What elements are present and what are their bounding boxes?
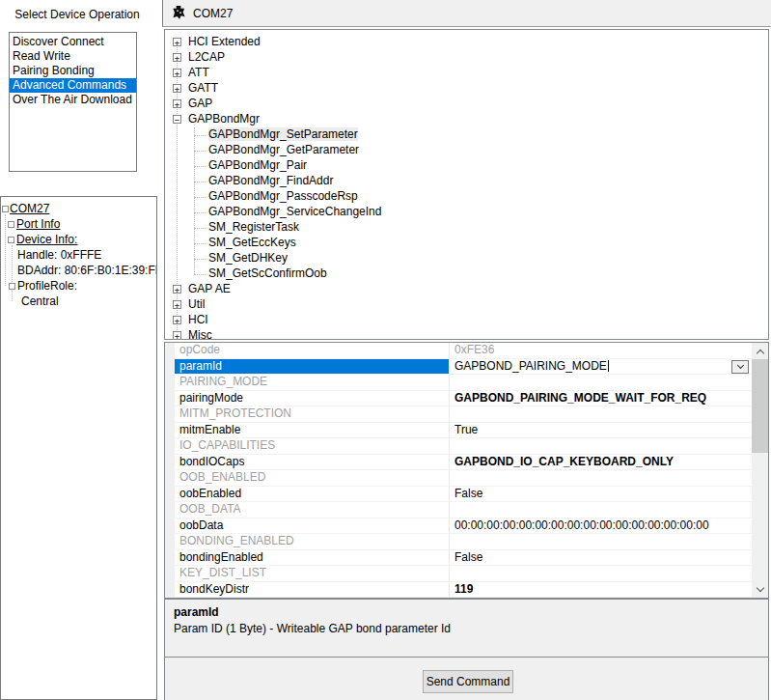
tree-connector-line bbox=[194, 151, 206, 152]
expand-icon[interactable]: + bbox=[173, 99, 181, 108]
command-tree-node[interactable]: +GAP AE bbox=[165, 282, 768, 297]
command-tree-node[interactable]: GAPBondMgr_PasscodeRsp bbox=[165, 189, 768, 205]
property-row[interactable]: PAIRING_MODE bbox=[165, 375, 752, 391]
property-row[interactable]: bondIOCapsGAPBOND_IO_CAP_KEYBOARD_ONLY bbox=[165, 455, 752, 471]
command-tree-node[interactable]: +GATT bbox=[165, 81, 768, 97]
property-row[interactable]: mitmEnableTrue bbox=[165, 423, 752, 439]
expand-icon[interactable]: + bbox=[173, 38, 181, 46]
property-value[interactable]: GAPBOND_PAIRING_MODE bbox=[449, 359, 752, 375]
property-value[interactable] bbox=[449, 438, 752, 454]
device-tree-node[interactable]: Central bbox=[1, 294, 156, 310]
command-tree-node[interactable]: GAPBondMgr_Pair bbox=[165, 158, 768, 174]
command-tree-label: GAPBondMgr_GetParameter bbox=[208, 143, 359, 156]
property-value[interactable] bbox=[449, 406, 752, 422]
device-tree-node[interactable]: Port Info bbox=[1, 217, 156, 233]
command-tree-node[interactable]: +ATT bbox=[165, 66, 768, 81]
property-value[interactable]: 119 bbox=[449, 582, 752, 598]
property-value[interactable]: False bbox=[449, 487, 752, 502]
expand-icon[interactable]: + bbox=[173, 300, 181, 309]
property-value[interactable]: 00:00:00:00:00:00:00:00:00:00:00:00:00:0… bbox=[449, 518, 752, 534]
expand-icon[interactable]: + bbox=[173, 316, 181, 324]
operation-item[interactable]: Pairing Bonding bbox=[10, 64, 136, 78]
expand-icon[interactable]: + bbox=[173, 285, 181, 294]
property-value[interactable]: GAPBOND_IO_CAP_KEYBOARD_ONLY bbox=[449, 455, 752, 470]
command-tree-node[interactable]: GAPBondMgr_FindAddr bbox=[165, 174, 768, 189]
tree-expander-icon[interactable] bbox=[9, 283, 15, 290]
property-value[interactable] bbox=[449, 566, 752, 581]
command-tree-node[interactable]: SM_GetScConfirmOob bbox=[165, 266, 768, 282]
property-row[interactable]: oobEnabledFalse bbox=[165, 487, 752, 503]
operation-item[interactable]: Advanced Commands bbox=[10, 78, 136, 93]
property-row[interactable]: bondingEnabledFalse bbox=[165, 550, 752, 567]
property-row[interactable]: opCode0xFE36 bbox=[165, 343, 752, 359]
property-row[interactable]: OOB_DATA bbox=[165, 502, 752, 518]
device-tree-node[interactable]: COM27 bbox=[1, 202, 156, 217]
collapse-icon[interactable]: − bbox=[173, 115, 181, 124]
device-tree-node[interactable]: BDAddr: 80:6F:B0:1E:39:FE bbox=[1, 264, 156, 279]
expand-icon[interactable]: + bbox=[173, 84, 181, 93]
command-tree-label: SM_GetScConfirmOob bbox=[208, 266, 327, 280]
send-command-button[interactable]: Send Command bbox=[423, 670, 513, 693]
tree-expander-icon[interactable] bbox=[2, 206, 9, 212]
property-row[interactable]: MITM_PROTECTION bbox=[165, 406, 752, 423]
dropdown-button[interactable] bbox=[731, 360, 749, 374]
scroll-up-button[interactable] bbox=[752, 343, 768, 359]
device-tree-node[interactable]: Handle: 0xFFFE bbox=[1, 248, 156, 264]
command-tree-node[interactable]: GAPBondMgr_SetParameter bbox=[165, 127, 768, 143]
command-tree-node[interactable]: GAPBondMgr_ServiceChangeInd bbox=[165, 205, 768, 220]
property-value[interactable] bbox=[449, 375, 752, 390]
row-gutter bbox=[165, 391, 175, 406]
property-value[interactable] bbox=[449, 502, 752, 518]
device-tree-node[interactable]: ProfileRole: bbox=[1, 279, 156, 294]
property-row[interactable]: OOB_ENABLED bbox=[165, 470, 752, 487]
vertical-scrollbar[interactable] bbox=[752, 343, 768, 598]
command-tree-node[interactable]: +HCI Extended bbox=[165, 35, 768, 50]
expand-icon[interactable]: + bbox=[173, 331, 181, 340]
property-value[interactable]: GAPBOND_PAIRING_MODE_WAIT_FOR_REQ bbox=[449, 391, 752, 406]
operation-item[interactable]: Read Write bbox=[10, 49, 136, 64]
property-row[interactable]: BONDING_ENABLED bbox=[165, 534, 752, 550]
property-value[interactable]: 0xFE36 bbox=[449, 343, 752, 358]
property-value[interactable] bbox=[449, 470, 752, 486]
property-value[interactable]: False bbox=[449, 550, 752, 566]
scrollbar-thumb[interactable] bbox=[752, 359, 768, 453]
operation-list[interactable]: Discover ConnectRead WritePairing Bondin… bbox=[9, 32, 137, 172]
command-tree-node[interactable]: GAPBondMgr_GetParameter bbox=[165, 143, 768, 158]
row-gutter bbox=[165, 438, 175, 454]
tree-connector-line bbox=[194, 259, 206, 260]
scroll-down-button[interactable] bbox=[752, 581, 768, 598]
command-tree-node[interactable]: +L2CAP bbox=[165, 50, 768, 66]
command-tree-node[interactable]: SM_GetDHKey bbox=[165, 251, 768, 266]
command-tree-node[interactable]: +GAP bbox=[165, 97, 768, 112]
command-tree-node[interactable]: +Util bbox=[165, 297, 768, 313]
device-tree-node[interactable]: Device Info: bbox=[1, 233, 156, 248]
command-tree-node[interactable]: SM_RegisterTask bbox=[165, 220, 768, 236]
property-row[interactable]: oobData00:00:00:00:00:00:00:00:00:00:00:… bbox=[165, 518, 752, 535]
command-tree-node[interactable]: +Misc bbox=[165, 328, 768, 340]
command-tree-label: GAPBondMgr_FindAddr bbox=[208, 174, 333, 187]
text-cursor bbox=[608, 360, 609, 372]
row-gutter bbox=[165, 566, 175, 581]
tree-expander-icon[interactable] bbox=[8, 221, 14, 228]
property-name: bondKeyDistr bbox=[175, 582, 449, 598]
operation-item[interactable]: Discover Connect bbox=[10, 35, 136, 49]
property-row[interactable]: KEY_DIST_LIST bbox=[165, 566, 752, 582]
expand-icon[interactable]: + bbox=[173, 53, 181, 62]
operation-item[interactable]: Over The Air Download bbox=[10, 93, 136, 107]
property-row[interactable]: paramIdGAPBOND_PAIRING_MODE bbox=[165, 359, 752, 376]
property-value-text: 0xFE36 bbox=[454, 343, 494, 356]
property-row[interactable]: IO_CAPABILITIES bbox=[165, 438, 752, 455]
command-tree-label: GAP bbox=[188, 97, 212, 110]
command-tree-node[interactable]: −GAPBondMgr bbox=[165, 112, 768, 127]
property-value[interactable] bbox=[449, 534, 752, 549]
command-tree-node[interactable]: SM_GetEccKeys bbox=[165, 236, 768, 251]
property-row[interactable]: pairingModeGAPBOND_PAIRING_MODE_WAIT_FOR… bbox=[165, 391, 752, 407]
property-value[interactable]: True bbox=[449, 423, 752, 438]
device-tab[interactable]: COM27 bbox=[162, 0, 771, 27]
property-name: OOB_DATA bbox=[175, 502, 449, 518]
property-row[interactable]: bondKeyDistr119 bbox=[165, 582, 752, 599]
tree-expander-icon[interactable] bbox=[8, 237, 14, 243]
expand-icon[interactable]: + bbox=[173, 69, 181, 77]
command-tree-node[interactable]: +HCI bbox=[165, 313, 768, 328]
property-value-text: GAPBOND_IO_CAP_KEYBOARD_ONLY bbox=[454, 455, 674, 468]
